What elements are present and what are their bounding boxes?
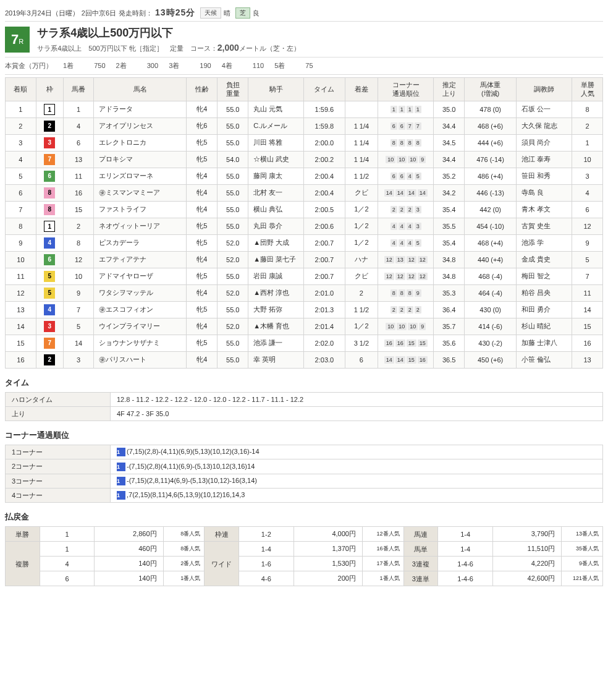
cell-name[interactable]: ㊝パリスハート bbox=[94, 351, 187, 368]
cell-jockey[interactable]: 横山 典弘 bbox=[248, 201, 304, 218]
corner-section-title: コーナー通過順位 bbox=[5, 430, 603, 441]
col-margin: 着差 bbox=[345, 78, 378, 101]
cell-sex: 牝5 bbox=[187, 151, 217, 168]
cell-rank: 10 bbox=[6, 251, 36, 268]
payout-combo: 1-6 bbox=[239, 557, 293, 571]
cell-jockey[interactable]: C.ルメール bbox=[248, 117, 304, 134]
cell-name[interactable]: ショウナンサザナミ bbox=[94, 335, 187, 351]
payout-combo: 6 bbox=[40, 571, 95, 586]
cell-name[interactable]: ウインプライマリー bbox=[94, 318, 187, 335]
cell-agari: 34.2 bbox=[434, 184, 465, 201]
cell-sex: 牝4 bbox=[187, 101, 217, 117]
cell-rank: 8 bbox=[6, 218, 36, 234]
cell-trainer[interactable]: 加藤 士津八 bbox=[517, 335, 572, 351]
cell-agari: 35.4 bbox=[434, 201, 465, 218]
cell-name[interactable]: ピスカデーラ bbox=[94, 234, 187, 251]
cell-trainer[interactable]: 須貝 尚介 bbox=[517, 134, 572, 151]
cell-num: 5 bbox=[63, 318, 94, 335]
cell-name[interactable]: エリンズロマーネ bbox=[94, 168, 187, 184]
cell-name[interactable]: ファストライフ bbox=[94, 201, 187, 218]
col-name: 馬名 bbox=[94, 78, 187, 101]
cell-num: 12 bbox=[63, 251, 94, 268]
cell-jockey[interactable]: 川田 将雅 bbox=[248, 134, 304, 151]
cell-trainer[interactable]: 粕谷 昌央 bbox=[517, 284, 572, 301]
cell-pop: 5 bbox=[572, 251, 603, 268]
table-row: 8 1 2 ネオヴィットーリア 牝5 55.0 丸田 恭介 2:00.6 1／2… bbox=[6, 218, 603, 234]
cell-sex: 牝5 bbox=[187, 134, 217, 151]
payout-combo: 4-6 bbox=[239, 571, 293, 586]
cell-weight: 55.0 bbox=[217, 201, 248, 218]
payout-amt: 2,860円 bbox=[95, 527, 163, 542]
cell-name[interactable]: エレクトロニカ bbox=[94, 134, 187, 151]
cell-sex: 牝4 bbox=[187, 184, 217, 201]
cell-waku: 3 bbox=[36, 134, 63, 151]
cell-trainer[interactable]: 古賀 史生 bbox=[517, 218, 572, 234]
cell-corner: 6645 bbox=[378, 168, 434, 184]
cell-name[interactable]: アドマイヤローザ bbox=[94, 268, 187, 284]
table-row: 4 7 13 プロキシマ 牝5 54.0 ☆横山 武史 2:00.2 1 1/4… bbox=[6, 151, 603, 168]
cell-jockey[interactable]: ▲西村 淳也 bbox=[248, 284, 304, 301]
cell-trainer[interactable]: 笹田 和秀 bbox=[517, 168, 572, 184]
cell-bweight: 430 (-2) bbox=[465, 335, 517, 351]
cell-time: 2:02.0 bbox=[304, 335, 345, 351]
cell-margin: 1 1/2 bbox=[345, 301, 378, 318]
cell-bweight: 454 (-10) bbox=[465, 218, 517, 234]
cell-num: 6 bbox=[63, 134, 94, 151]
cell-name[interactable]: アドラータ bbox=[94, 101, 187, 117]
cell-trainer[interactable]: 青木 孝文 bbox=[517, 201, 572, 218]
cell-corner: 1010109 bbox=[378, 151, 434, 168]
cell-margin: 1／2 bbox=[345, 318, 378, 335]
cell-num: 13 bbox=[63, 151, 94, 168]
cell-jockey[interactable]: 大野 拓弥 bbox=[248, 301, 304, 318]
table-row: 7 8 15 ファストライフ 牝4 55.0 横山 典弘 2:00.5 1／2 … bbox=[6, 201, 603, 218]
cell-num: 10 bbox=[63, 268, 94, 284]
cell-rank: 5 bbox=[6, 168, 36, 184]
cell-waku: 3 bbox=[36, 318, 63, 335]
harron-value: 12.8 - 11.2 - 12.2 - 12.2 - 12.0 - 12.0 … bbox=[111, 392, 603, 406]
cell-name[interactable]: ワタシヲマッテル bbox=[94, 284, 187, 301]
cell-rank: 11 bbox=[6, 268, 36, 284]
cell-trainer[interactable]: 大久保 龍志 bbox=[517, 117, 572, 134]
cell-agari: 34.4 bbox=[434, 117, 465, 134]
cell-jockey[interactable]: ▲藤田 菜七子 bbox=[248, 251, 304, 268]
cell-jockey[interactable]: 藤岡 康太 bbox=[248, 168, 304, 184]
col-corner: コーナー 通過順位 bbox=[378, 78, 434, 101]
cell-trainer[interactable]: 梅田 智之 bbox=[517, 268, 572, 284]
cell-trainer[interactable]: 池江 泰寿 bbox=[517, 151, 572, 168]
cell-name[interactable]: エフティアテナ bbox=[94, 251, 187, 268]
cell-pop: 11 bbox=[572, 284, 603, 301]
cell-bweight: 446 (-13) bbox=[465, 184, 517, 201]
cell-name[interactable]: ㊝ミスマンマミーア bbox=[94, 184, 187, 201]
cell-jockey[interactable]: 岩田 康誠 bbox=[248, 268, 304, 284]
agari-value: 4F 47.2 - 3F 35.0 bbox=[111, 406, 603, 420]
cell-num: 2 bbox=[63, 218, 94, 234]
cell-name[interactable]: プロキシマ bbox=[94, 151, 187, 168]
cell-jockey[interactable]: ▲団野 大成 bbox=[248, 234, 304, 251]
cell-trainer[interactable]: 金成 貴史 bbox=[517, 251, 572, 268]
cell-name[interactable]: ㊝エスコフィオン bbox=[94, 301, 187, 318]
cell-waku: 5 bbox=[36, 268, 63, 284]
cell-name[interactable]: アオイプリンセス bbox=[94, 117, 187, 134]
payout-amt: 1,530円 bbox=[293, 557, 362, 571]
cell-margin: 2 bbox=[345, 284, 378, 301]
cell-trainer[interactable]: 和田 勇介 bbox=[517, 301, 572, 318]
race-subtitle: サラ系4歳以上 500万円以下 牝［指定］ 定量 コース： bbox=[37, 45, 217, 52]
cell-jockey[interactable]: ☆横山 武史 bbox=[248, 151, 304, 168]
cell-rank: 2 bbox=[6, 117, 36, 134]
cell-trainer[interactable]: 池添 学 bbox=[517, 234, 572, 251]
cell-jockey[interactable]: 幸 英明 bbox=[248, 351, 304, 368]
cell-jockey[interactable]: ▲木幡 育也 bbox=[248, 318, 304, 335]
cell-name[interactable]: ネオヴィットーリア bbox=[94, 218, 187, 234]
cell-time: 2:00.5 bbox=[304, 201, 345, 218]
cell-jockey[interactable]: 池添 謙一 bbox=[248, 335, 304, 351]
cell-waku: 7 bbox=[36, 335, 63, 351]
cell-trainer[interactable]: 石坂 公一 bbox=[517, 101, 572, 117]
col-weight: 負担 重量 bbox=[217, 78, 248, 101]
cell-trainer[interactable]: 杉山 晴紀 bbox=[517, 318, 572, 335]
cell-trainer[interactable]: 寺島 良 bbox=[517, 184, 572, 201]
corner-table: 1コーナー 1(7,15)(2,8)-(4,11)(6,9)(5,13)(10,… bbox=[5, 445, 603, 503]
cell-trainer[interactable]: 小笹 倫弘 bbox=[517, 351, 572, 368]
cell-jockey[interactable]: 北村 友一 bbox=[248, 184, 304, 201]
cell-jockey[interactable]: 丸山 元気 bbox=[248, 101, 304, 117]
cell-jockey[interactable]: 丸田 恭介 bbox=[248, 218, 304, 234]
